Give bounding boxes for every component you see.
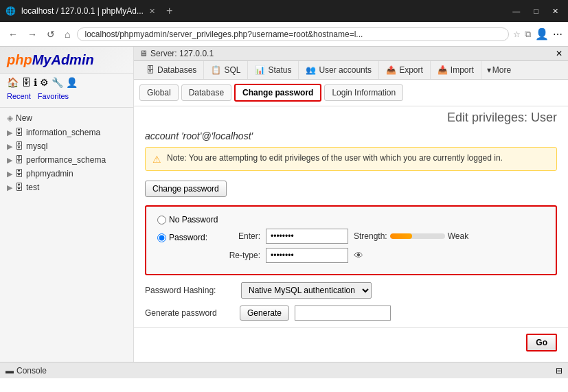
back-button[interactable]: ← bbox=[5, 27, 21, 41]
no-password-row: No Password bbox=[157, 214, 545, 229]
main-content: 🖥 Server: 127.0.0.1 ✕ 🗄 Databases 📋 SQL … bbox=[134, 47, 568, 362]
address-input[interactable] bbox=[77, 27, 509, 41]
databases-icon: 🗄 bbox=[146, 65, 155, 75]
db-name: test bbox=[26, 183, 39, 192]
menu-icon[interactable]: ⋯ bbox=[553, 29, 563, 40]
db-icon-symbol: 🗄 bbox=[15, 183, 23, 192]
server-name: Server: 127.0.0.1 bbox=[150, 49, 214, 58]
console-collapse-icon[interactable]: ⊟ bbox=[556, 366, 563, 376]
generate-password-input[interactable] bbox=[295, 305, 391, 321]
no-password-radio[interactable] bbox=[157, 216, 166, 224]
new-button[interactable]: ◈ New bbox=[0, 111, 133, 126]
forward-button[interactable]: → bbox=[25, 27, 40, 41]
db-name: information_schema bbox=[26, 128, 100, 137]
change-password-section: Change password bbox=[134, 176, 568, 201]
db-expand-icon: ▶ bbox=[7, 128, 12, 137]
generate-button[interactable]: Generate bbox=[240, 305, 289, 321]
go-button[interactable]: Go bbox=[526, 334, 557, 351]
tab-databases[interactable]: 🗄 Databases bbox=[139, 61, 204, 79]
tab-database[interactable]: Database bbox=[181, 84, 231, 101]
import-label: Import bbox=[451, 65, 474, 75]
maximize-button[interactable]: □ bbox=[530, 5, 543, 16]
home-sidebar-icon[interactable]: 🏠 bbox=[7, 77, 19, 88]
db-name: performance_schema bbox=[26, 155, 106, 165]
sidebar-divider bbox=[0, 107, 133, 108]
db-sidebar-icon[interactable]: 🗄 bbox=[21, 77, 31, 88]
tab-status[interactable]: 📊 Status bbox=[248, 61, 299, 79]
password-row: Password: Enter: Strength: Weak bbox=[157, 229, 545, 267]
strength-label: Strength: bbox=[354, 231, 387, 241]
title-bar-left: 🌐 localhost / 127.0.0.1 | phpMyAd... ✕ + bbox=[5, 5, 172, 17]
tab-user-accounts[interactable]: 👥 User accounts bbox=[299, 61, 379, 79]
tab-import[interactable]: 📥 Import bbox=[431, 61, 481, 79]
extensions-icon[interactable]: ⧉ bbox=[525, 29, 531, 40]
account-icon[interactable]: 👤 bbox=[535, 27, 549, 41]
new-icon: ◈ bbox=[7, 113, 13, 123]
strength-bar bbox=[390, 233, 412, 239]
db-icon-symbol: 🗄 bbox=[15, 169, 23, 178]
sql-icon: 📋 bbox=[211, 65, 221, 75]
db-expand-icon: ▶ bbox=[7, 142, 12, 151]
tab-more[interactable]: ▾ More bbox=[481, 61, 516, 79]
sub-tabs: Global Database Change password Login In… bbox=[134, 80, 568, 106]
server-icon: 🖥 bbox=[139, 49, 148, 58]
tab-login-information[interactable]: Login Information bbox=[324, 84, 403, 101]
password-enter-input[interactable] bbox=[266, 229, 348, 244]
db-icon-symbol: 🗄 bbox=[15, 141, 23, 151]
tab-close-icon[interactable]: ✕ bbox=[149, 7, 155, 16]
sidebar-item-mysql[interactable]: ▶ 🗄 mysql bbox=[0, 139, 133, 153]
tab-sql[interactable]: 📋 SQL bbox=[204, 61, 248, 79]
pma-logo: phpMyAdmin bbox=[0, 47, 133, 74]
hashing-row: Password Hashing: Native MySQL authentic… bbox=[145, 282, 557, 299]
recent-link[interactable]: Recent bbox=[7, 92, 31, 100]
generate-label: Generate password bbox=[145, 308, 234, 318]
user-accounts-icon: 👥 bbox=[306, 65, 316, 75]
tab-change-password[interactable]: Change password bbox=[234, 84, 321, 102]
console-label: Console bbox=[16, 366, 47, 376]
star-icon[interactable]: ☆ bbox=[513, 30, 521, 39]
console-icon: ▬ bbox=[5, 366, 14, 376]
sidebar-item-performance_schema[interactable]: ▶ 🗄 performance_schema bbox=[0, 153, 133, 167]
enter-label: Enter: bbox=[226, 231, 260, 241]
password-radio[interactable] bbox=[157, 233, 166, 242]
warning-text: Note: You are attempting to edit privile… bbox=[167, 153, 503, 163]
server-bar-close-icon[interactable]: ✕ bbox=[556, 49, 563, 58]
change-password-button[interactable]: Change password bbox=[145, 181, 227, 197]
password-retype-input[interactable] bbox=[266, 248, 348, 263]
favorites-link[interactable]: Favorites bbox=[38, 92, 69, 100]
pma-logo-text: phpMyAdmin bbox=[7, 52, 126, 68]
more-arrow-icon: ▾ bbox=[487, 65, 491, 75]
sidebar-links: Recent Favorites bbox=[0, 91, 133, 104]
title-bar-controls: — □ ✕ bbox=[508, 5, 563, 17]
generate-row: Generate password Generate bbox=[145, 305, 557, 321]
console-toggle-button[interactable]: ▬ Console bbox=[5, 366, 47, 376]
strength-bar-container bbox=[390, 233, 445, 239]
address-bar: ← → ↺ ⌂ ☆ ⧉ 👤 ⋯ bbox=[0, 22, 568, 47]
settings-sidebar-icon[interactable]: ⚙ bbox=[40, 77, 49, 88]
sidebar-item-information_schema[interactable]: ▶ 🗄 information_schema bbox=[0, 126, 133, 139]
new-tab-icon[interactable]: + bbox=[166, 5, 172, 17]
sidebar-item-phpmyadmin[interactable]: ▶ 🗄 phpmyadmin bbox=[0, 167, 133, 181]
db-expand-icon: ▶ bbox=[7, 156, 12, 165]
password-form-area: No Password Password: Enter: Strength: bbox=[145, 205, 557, 275]
export-label: Export bbox=[399, 65, 423, 75]
tab-export[interactable]: 📤 Export bbox=[379, 61, 431, 79]
db-icon-symbol: 🗄 bbox=[15, 155, 23, 165]
close-button[interactable]: ✕ bbox=[548, 5, 563, 17]
hashing-select[interactable]: Native MySQL authentication SHA256 authe… bbox=[241, 282, 372, 299]
minimize-button[interactable]: — bbox=[508, 5, 524, 16]
reload-button[interactable]: ↺ bbox=[44, 27, 58, 41]
nav-tabs: 🗄 Databases 📋 SQL 📊 Status 👥 User accoun… bbox=[134, 61, 568, 80]
toggle-password-visibility-button[interactable]: 👁 bbox=[354, 250, 363, 261]
user-sidebar-icon[interactable]: 👤 bbox=[66, 77, 78, 88]
home-button[interactable]: ⌂ bbox=[62, 27, 73, 41]
db-expand-icon: ▶ bbox=[7, 183, 12, 192]
tab-global[interactable]: Global bbox=[139, 84, 179, 101]
page-title-row: Edit privileges: User bbox=[134, 106, 568, 128]
info-sidebar-icon[interactable]: ℹ bbox=[34, 77, 37, 88]
extra-sidebar-icon[interactable]: 🔧 bbox=[52, 77, 63, 88]
go-row: Go bbox=[134, 327, 568, 357]
warning-icon: ⚠ bbox=[152, 154, 161, 165]
sidebar-item-test[interactable]: ▶ 🗄 test bbox=[0, 181, 133, 194]
no-password-label: No Password bbox=[169, 215, 218, 224]
